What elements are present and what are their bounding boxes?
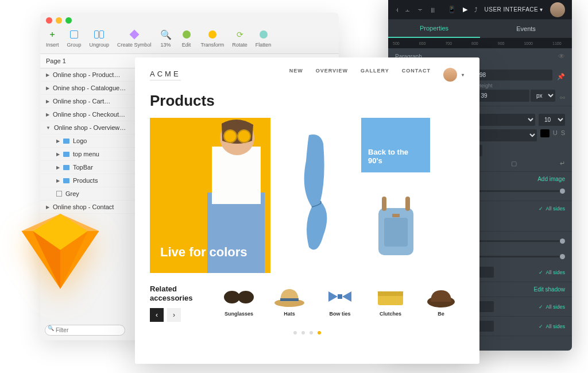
folder-icon [63,152,69,157]
device-icon[interactable]: 📱 [448,6,456,13]
rel-more[interactable]: Be [424,284,458,317]
align-tools: ⫞ ⫠ ⫟ ⫼ [395,6,436,14]
crop-icon[interactable]: ▢ [511,160,517,167]
sketch-toolbar: ＋Insert Group Ungroup Create Symbol 🔍13%… [40,26,339,54]
dot[interactable] [293,331,297,334]
backpack-card[interactable] [361,180,430,272]
close-window-button[interactable] [46,17,52,24]
zoom-tool[interactable]: 🔍13% [160,28,172,48]
align-left-icon[interactable]: ⫞ [395,6,399,14]
scarf-illustration [292,132,341,259]
promo-card[interactable]: Back to the 90's [361,118,430,172]
user-avatar-icon[interactable] [443,68,457,82]
flatten-icon [260,30,268,39]
create-symbol-tool[interactable]: Create Symbol [117,28,152,48]
margin-all-sides[interactable]: ✓ All sides [539,304,565,310]
maximize-window-button[interactable] [65,17,72,24]
design-canvas[interactable]: ACME NEW OVERVIEW GALLERY CONTACT ▾ Prod… [135,57,479,364]
folder-icon [63,139,69,144]
svg-rect-13 [382,197,386,211]
height-input[interactable] [478,90,530,102]
rel-clutches[interactable]: Clutches [373,284,408,317]
wrap-icon[interactable]: ↵ [560,160,565,167]
y-input[interactable] [476,70,552,80]
rotate-tool[interactable]: ⟳Rotate [232,28,247,48]
svg-point-10 [238,130,250,143]
folder-icon [63,165,69,170]
related-title: Related accessories [150,284,210,302]
mock-header: ACME NEW OVERVIEW GALLERY CONTACT ▾ [135,57,479,92]
brand-logo: ACME [150,70,181,80]
svg-point-16 [224,291,240,303]
minimize-window-button[interactable] [56,17,62,24]
underline-icon[interactable]: U [553,129,558,141]
dot[interactable] [301,331,305,334]
chevron-down-icon[interactable]: ▾ [462,72,465,78]
nav-new[interactable]: NEW [289,68,303,82]
text-color-swatch[interactable] [540,129,550,137]
all-sides-check[interactable]: ✓ All sides [539,206,565,212]
tab-properties[interactable]: Properties [388,20,480,38]
transform-icon [208,30,216,39]
distribute-icon[interactable]: ⫼ [430,6,436,14]
ruler: 50060070080090010001100 [388,38,572,48]
ungroup-tool[interactable]: Ungroup [90,28,110,48]
hero-card[interactable]: Live for colors [150,118,270,273]
visibility-icon[interactable]: 👁 [558,52,565,60]
carousel-next[interactable]: › [167,308,181,322]
ungroup-icon [94,30,104,39]
tab-events[interactable]: Events [480,20,572,38]
svg-point-9 [224,130,237,143]
disclosure-icon: ▶ [56,139,60,144]
rel-hats[interactable]: Hats [272,284,307,317]
nav-gallery[interactable]: GALLERY [361,68,389,82]
svg-point-17 [238,291,254,303]
svg-rect-20 [280,298,299,301]
pagination-dots [135,331,479,334]
project-dropdown[interactable]: USER INTERFACE ▾ [485,6,543,13]
insert-tool[interactable]: ＋Insert [46,28,59,48]
disclosure-icon: ▶ [46,86,49,91]
flatten-tool[interactable]: Flatten [256,28,272,48]
rel-sunglasses[interactable]: Sunglasses [222,284,256,317]
play-icon[interactable]: ▶ [463,6,467,13]
transform-tool[interactable]: Transform [201,28,225,48]
backpack-illustration [372,194,420,260]
pin-icon[interactable]: 📌 [557,73,565,80]
dot[interactable] [310,331,313,334]
carousel-prev[interactable]: ‹ [150,308,164,322]
upload-icon[interactable]: ⤴ [474,6,478,13]
align-right-icon[interactable]: ⫟ [417,6,424,14]
font-size-select[interactable]: 10 [539,114,565,126]
padding-all-sides[interactable]: ✓ All sides [539,324,565,329]
inspector-topbar: ⫞ ⫠ ⫟ ⫼ 📱 ▶ ⤴ USER INTERFACE ▾ [388,0,572,20]
link-icon[interactable]: ⚯ [560,94,565,102]
disclosure-icon: ▶ [46,112,49,117]
add-image-link[interactable]: Add image [537,176,565,182]
edit-icon [183,30,191,39]
sketch-logo [17,207,103,293]
svg-rect-12 [384,218,408,247]
disclosure-icon: ▶ [56,178,60,183]
disclosure-icon: ▶ [56,152,60,157]
mock-nav: NEW OVERVIEW GALLERY CONTACT ▾ [289,68,465,82]
rel-bowties[interactable]: Bow ties [323,284,357,317]
dot-active[interactable] [318,331,321,334]
user-avatar[interactable] [550,2,565,17]
inspector-tabs: Properties Events [388,20,572,38]
group-tool[interactable]: Group [67,28,82,48]
scarf-card[interactable] [278,118,353,273]
filter-input[interactable] [45,325,125,336]
edit-shadow-link[interactable]: Edit shadow [534,286,565,293]
edit-tool[interactable]: Edit [180,28,193,48]
strike-icon[interactable]: S [561,129,565,141]
nav-contact[interactable]: CONTACT [402,68,431,82]
round-all-sides[interactable]: ✓ All sides [539,270,565,275]
product-cards: Live for colors Back to the 90's [135,118,479,273]
diamond-icon [129,30,139,40]
align-center-icon[interactable]: ⫠ [404,6,411,14]
svg-rect-15 [392,214,400,217]
svg-rect-14 [405,197,410,211]
height-unit[interactable]: px [531,90,555,102]
nav-overview[interactable]: OVERVIEW [316,68,348,82]
